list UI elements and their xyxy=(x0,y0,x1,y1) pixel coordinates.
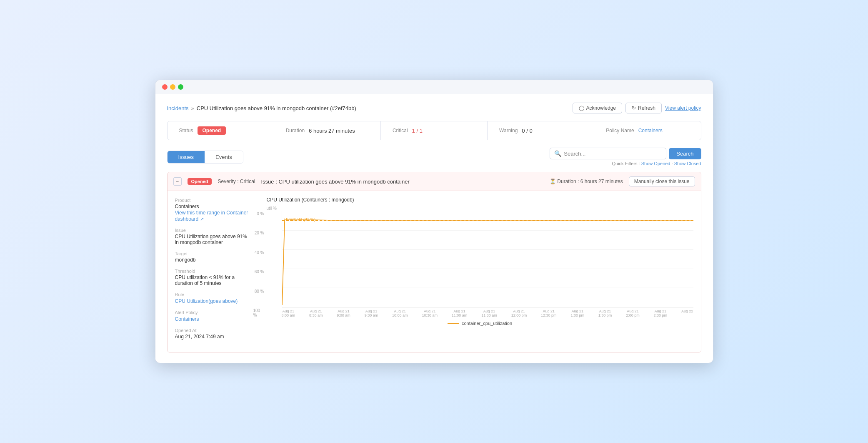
meta-issue: Issue CPU Utilization goes above 91% in … xyxy=(175,228,251,245)
breadcrumb-incidents-link[interactable]: Incidents xyxy=(167,105,189,111)
meta-opened-at-value: Aug 21, 2024 7:49 am xyxy=(175,334,251,340)
show-opened-filter[interactable]: Show Opened xyxy=(641,161,670,166)
chart-wrapper: 100 % 80 % 60 % 40 % 20 % 0 % Threshold … xyxy=(267,211,693,317)
meta-threshold-label: Threshold xyxy=(175,269,251,274)
x-label-0: Aug 218:00 am xyxy=(282,309,295,317)
stat-policy-value[interactable]: Containers xyxy=(638,128,663,133)
chart-title: CPU Utilization (Containers : mongodb) xyxy=(267,197,693,203)
issue-meta-panel: Product Containers View this time range … xyxy=(168,191,259,352)
meta-rule-value[interactable]: CPU Utilization(goes above) xyxy=(175,298,238,304)
x-axis-labels: Aug 218:00 am Aug 218:30 am Aug 219:00 a… xyxy=(282,309,693,317)
manually-close-issue-button[interactable]: Manually close this issue xyxy=(629,176,695,186)
x-label-13: Aug 212:30 pm xyxy=(654,309,668,317)
maximize-window-button[interactable] xyxy=(178,84,183,90)
meta-product: Product Containers View this time range … xyxy=(175,198,251,222)
show-closed-filter[interactable]: Show Closed xyxy=(674,161,701,166)
y-label-80: 80 % xyxy=(255,289,264,294)
external-link-icon: ➚ xyxy=(200,216,204,222)
breadcrumb-separator: » xyxy=(191,105,194,111)
collapse-button[interactable]: − xyxy=(173,177,182,186)
issue-title: Issue : CPU utilization goes above 91% i… xyxy=(261,179,544,185)
stat-status-label: Status xyxy=(179,128,193,133)
refresh-button[interactable]: ↻ Refresh xyxy=(625,103,662,113)
meta-product-label: Product xyxy=(175,198,251,203)
tabs-group: Issues Events xyxy=(167,151,243,164)
x-label-10: Aug 211:00 pm xyxy=(570,309,584,317)
chart-y-axis: 100 % 80 % 60 % 40 % 20 % 0 % xyxy=(253,211,266,317)
refresh-icon: ↻ xyxy=(632,105,636,111)
issue-row: − Opened Severity : Critical Issue : CPU… xyxy=(167,172,701,352)
x-label-12: Aug 212:00 pm xyxy=(626,309,640,317)
stats-bar: Status Opened Duration 6 hours 27 minute… xyxy=(167,121,701,140)
issue-label: Issue : xyxy=(261,179,277,185)
y-label-100: 100 % xyxy=(253,308,264,317)
stat-duration-value: 6 hours 27 minutes xyxy=(309,128,355,134)
x-label-1: Aug 218:30 am xyxy=(309,309,323,317)
stat-duration-label: Duration xyxy=(286,128,305,133)
chart-legend: container_cpu_utilization xyxy=(267,321,693,326)
y-label-20: 20 % xyxy=(255,231,264,235)
chart-container: Threshold (91 %) xyxy=(282,211,693,307)
traffic-lights xyxy=(162,84,183,90)
meta-target: Target mongodb xyxy=(175,251,251,263)
x-label-6: Aug 2111:00 am xyxy=(452,309,468,317)
x-label-14: Aug 22 xyxy=(681,309,693,317)
stat-warning-value: 0 / 0 xyxy=(522,128,532,134)
issue-body: Product Containers View this time range … xyxy=(168,191,701,352)
meta-opened-at: Opened At Aug 21, 2024 7:49 am xyxy=(175,328,251,340)
breadcrumb: Incidents » CPU Utilization goes above 9… xyxy=(167,103,701,113)
issue-header: − Opened Severity : Critical Issue : CPU… xyxy=(168,172,701,191)
y-label-40: 40 % xyxy=(255,250,264,255)
search-input-wrap: 🔍 xyxy=(550,148,666,159)
status-badge: Opened xyxy=(198,126,226,135)
legend-label: container_cpu_utilization xyxy=(462,321,512,326)
minimize-window-button[interactable] xyxy=(170,84,175,90)
x-label-9: Aug 2112:30 pm xyxy=(541,309,557,317)
tab-events[interactable]: Events xyxy=(205,151,243,163)
stat-critical-label: Critical xyxy=(393,128,408,133)
breadcrumb-current-page: CPU Utilization goes above 91% in mongod… xyxy=(197,105,356,111)
y-label-60: 60 % xyxy=(255,269,264,274)
chart-unit-label: util % xyxy=(267,206,693,211)
meta-dashboard-link-text: View this time range in Container dashbo… xyxy=(175,210,248,222)
stat-critical-value: 1 / 1 xyxy=(412,128,423,134)
y-label-0: 0 % xyxy=(257,211,264,216)
meta-rule-label: Rule xyxy=(175,292,251,297)
stat-policy: Policy Name Containers xyxy=(594,121,700,140)
view-alert-policy-button[interactable]: View alert policy xyxy=(665,105,701,111)
issue-duration: ⏳ Duration : 6 hours 27 minutes xyxy=(550,179,623,184)
search-button[interactable]: Search xyxy=(669,148,701,159)
browser-toolbar xyxy=(155,80,713,94)
breadcrumb-actions: ◯ Acknowledge ↻ Refresh View alert polic… xyxy=(573,103,701,113)
meta-alert-policy-value[interactable]: Containers xyxy=(175,316,199,322)
quick-filters-label: Quick Filters : xyxy=(612,161,640,166)
meta-dashboard-link[interactable]: View this time range in Container dashbo… xyxy=(175,210,248,222)
close-window-button[interactable] xyxy=(162,84,168,90)
x-label-8: Aug 2112:00 pm xyxy=(511,309,527,317)
x-label-5: Aug 2110:30 am xyxy=(422,309,438,317)
chart-svg xyxy=(282,211,693,307)
quick-filters: Quick Filters : Show Opened · Show Close… xyxy=(612,161,701,166)
tabs-search-row: Issues Events 🔍 Search Quick Filters : S… xyxy=(167,148,701,166)
page-content: Incidents » CPU Utilization goes above 9… xyxy=(155,94,713,361)
x-label-11: Aug 211:30 pm xyxy=(598,309,612,317)
issue-status-badge: Opened xyxy=(188,178,212,185)
stat-warning-label: Warning xyxy=(499,128,518,133)
x-label-4: Aug 2110:00 am xyxy=(392,309,408,317)
refresh-label: Refresh xyxy=(638,105,655,111)
stat-warning: Warning 0 / 0 xyxy=(488,121,594,140)
search-input[interactable] xyxy=(564,151,662,157)
chart-area: CPU Utilization (Containers : mongodb) u… xyxy=(259,191,701,352)
issue-title-text: CPU utilization goes above 91% in mongod… xyxy=(278,179,409,185)
issue-severity: Severity : Critical xyxy=(218,179,255,184)
meta-threshold: Threshold CPU utilization < 91% for a du… xyxy=(175,269,251,286)
acknowledge-button[interactable]: ◯ Acknowledge xyxy=(573,103,622,113)
search-icon: 🔍 xyxy=(554,150,561,157)
meta-target-label: Target xyxy=(175,251,251,256)
meta-product-value: Containers xyxy=(175,204,251,209)
meta-alert-policy-label: Alert Policy xyxy=(175,310,251,315)
meta-issue-value: CPU Utilization goes above 91% in mongod… xyxy=(175,234,251,245)
stat-critical: Critical 1 / 1 xyxy=(381,121,488,140)
tab-issues[interactable]: Issues xyxy=(168,151,205,163)
x-label-7: Aug 2111:30 am xyxy=(481,309,497,317)
